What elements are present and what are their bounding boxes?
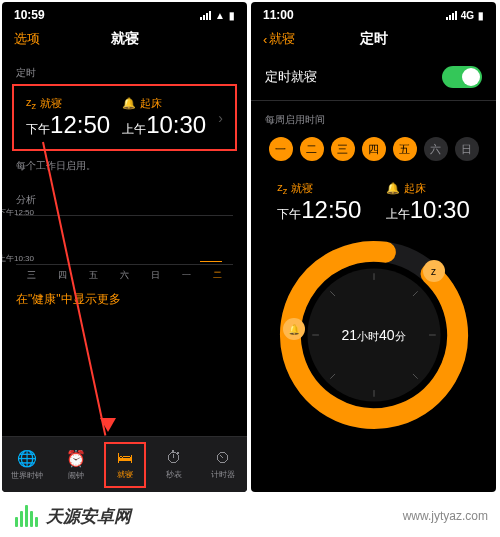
schedule-toggle-row: 定时就寝 bbox=[251, 54, 496, 101]
day-label: 五 bbox=[89, 269, 98, 282]
watermark-title: 天源安卓网 bbox=[46, 505, 131, 528]
tab-label: 计时器 bbox=[211, 469, 235, 480]
bedtime-time: 12:50 bbox=[50, 111, 110, 139]
bell-icon: 🔔 bbox=[122, 97, 136, 110]
hours-label: 小时 bbox=[357, 330, 379, 342]
phone-screen-left: 10:59 ▲ ▮ 选项 就寝 定时 zz就寝 下午12:50 🔔起床 上午10… bbox=[2, 2, 247, 492]
timer-icon: ⏲ bbox=[215, 449, 231, 467]
wake-block: 🔔起床 上午10:30 bbox=[122, 96, 206, 139]
wake-time: 10:30 bbox=[410, 196, 470, 224]
day-thu[interactable]: 四 bbox=[362, 137, 386, 161]
tab-stopwatch[interactable]: ⏱秒表 bbox=[149, 437, 198, 492]
tab-world-clock[interactable]: 🌐世界时钟 bbox=[2, 437, 51, 492]
nav-back-button[interactable]: 选项 bbox=[14, 30, 40, 48]
day-sun[interactable]: 日 bbox=[455, 137, 479, 161]
nav-bar: ‹就寝 定时 bbox=[251, 24, 496, 54]
analysis-chart: 下午12:50 上午10:30 三 四 五 六 日 一 二 bbox=[2, 211, 247, 281]
wifi-icon: ▲ bbox=[215, 10, 225, 21]
nav-back-button[interactable]: ‹就寝 bbox=[263, 30, 295, 48]
status-time: 10:59 bbox=[14, 8, 45, 22]
status-bar: 10:59 ▲ ▮ bbox=[2, 2, 247, 24]
stopwatch-icon: ⏱ bbox=[166, 449, 182, 467]
nav-bar: 选项 就寝 bbox=[2, 24, 247, 54]
sleep-dial[interactable]: z 🔔 21小时40分 bbox=[251, 234, 496, 436]
status-time: 11:00 bbox=[263, 8, 294, 22]
signal-icon bbox=[200, 11, 211, 20]
day-sat[interactable]: 六 bbox=[424, 137, 448, 161]
section-header-timer: 定时 bbox=[2, 54, 247, 84]
bedtime-label: 就寝 bbox=[291, 181, 313, 196]
day-mon[interactable]: 一 bbox=[269, 137, 293, 161]
day-fri[interactable]: 五 bbox=[393, 137, 417, 161]
bedtime-time: 12:50 bbox=[301, 196, 361, 224]
wake-label: 起床 bbox=[140, 96, 162, 111]
day-label: 六 bbox=[120, 269, 129, 282]
section-header-analysis: 分析 bbox=[2, 181, 247, 211]
day-picker: 一 二 三 四 五 六 日 bbox=[251, 131, 496, 175]
schedule-toggle[interactable] bbox=[442, 66, 482, 88]
section-header-weekly: 每周启用时间 bbox=[251, 101, 496, 131]
phone-screen-right: 11:00 4G ▮ ‹就寝 定时 定时就寝 每周启用时间 一 二 三 四 五 … bbox=[251, 2, 496, 492]
duration-mins: 40 bbox=[379, 327, 395, 343]
tab-label: 秒表 bbox=[166, 469, 182, 480]
sleep-icon: zz bbox=[277, 181, 287, 196]
watermark-url: www.jytyaz.com bbox=[403, 509, 488, 523]
status-icons: ▲ ▮ bbox=[200, 10, 235, 21]
annotation-highlight bbox=[104, 442, 146, 488]
bedtime-wake-row[interactable]: zz就寝 下午12:50 🔔起床 上午10:30 › bbox=[12, 84, 237, 151]
globe-icon: 🌐 bbox=[17, 449, 37, 468]
bedtime-meridiem: 下午 bbox=[26, 121, 50, 138]
alarm-icon: ⏰ bbox=[66, 449, 86, 468]
bedtime-block: zz就寝 下午12:50 bbox=[26, 96, 110, 139]
toggle-label: 定时就寝 bbox=[265, 68, 317, 86]
tab-timer[interactable]: ⏲计时器 bbox=[198, 437, 247, 492]
tab-alarm[interactable]: ⏰闹钟 bbox=[51, 437, 100, 492]
bedtime-handle[interactable]: z bbox=[423, 260, 445, 282]
bedtime-block: zz就寝 下午12:50 bbox=[277, 181, 361, 224]
health-link[interactable]: 在"健康"中显示更多 bbox=[2, 281, 247, 318]
chart-day-labels: 三 四 五 六 日 一 二 bbox=[16, 265, 233, 282]
duration-hours: 21 bbox=[341, 327, 357, 343]
day-label: 日 bbox=[151, 269, 160, 282]
watermark-logo-icon bbox=[12, 502, 40, 530]
network-label: 4G bbox=[461, 10, 474, 21]
nav-title: 就寝 bbox=[111, 30, 139, 48]
day-label-today: 二 bbox=[213, 269, 222, 282]
duration-display: 21小时40分 bbox=[341, 327, 405, 344]
wake-meridiem: 上午 bbox=[122, 121, 146, 138]
day-wed[interactable]: 三 bbox=[331, 137, 355, 161]
battery-icon: ▮ bbox=[478, 10, 484, 21]
nav-title: 定时 bbox=[360, 30, 388, 48]
tab-label: 世界时钟 bbox=[11, 470, 43, 481]
nav-back-label: 就寝 bbox=[269, 30, 295, 48]
chart-tick-bottom: 上午10:30 bbox=[2, 253, 34, 264]
schedule-note: 每个工作日启用。 bbox=[2, 151, 247, 181]
chevron-right-icon: › bbox=[218, 110, 223, 126]
wake-handle[interactable]: 🔔 bbox=[283, 318, 305, 340]
tab-label: 闹钟 bbox=[68, 470, 84, 481]
sleep-icon: zz bbox=[26, 96, 36, 111]
day-label: 四 bbox=[58, 269, 67, 282]
chart-bar bbox=[200, 261, 222, 262]
day-label: 三 bbox=[27, 269, 36, 282]
chevron-left-icon: ‹ bbox=[263, 32, 267, 47]
tab-bar: 🌐世界时钟 ⏰闹钟 🛏就寝 ⏱秒表 ⏲计时器 bbox=[2, 436, 247, 492]
wake-block: 🔔起床 上午10:30 bbox=[386, 181, 470, 224]
time-display-row: zz就寝 下午12:50 🔔起床 上午10:30 bbox=[251, 175, 496, 234]
bedtime-label: 就寝 bbox=[40, 96, 62, 111]
wake-label: 起床 bbox=[404, 181, 426, 196]
wake-meridiem: 上午 bbox=[386, 206, 410, 223]
battery-icon: ▮ bbox=[229, 10, 235, 21]
status-bar: 11:00 4G ▮ bbox=[251, 2, 496, 24]
day-label: 一 bbox=[182, 269, 191, 282]
bell-icon: 🔔 bbox=[386, 182, 400, 195]
annotation-arrow-head bbox=[100, 418, 116, 432]
watermark-bar: 天源安卓网 www.jytyaz.com bbox=[0, 494, 500, 537]
status-icons: 4G ▮ bbox=[446, 10, 484, 21]
wake-time: 10:30 bbox=[146, 111, 206, 139]
bedtime-meridiem: 下午 bbox=[277, 206, 301, 223]
day-tue[interactable]: 二 bbox=[300, 137, 324, 161]
signal-icon bbox=[446, 11, 457, 20]
mins-label: 分 bbox=[395, 330, 406, 342]
